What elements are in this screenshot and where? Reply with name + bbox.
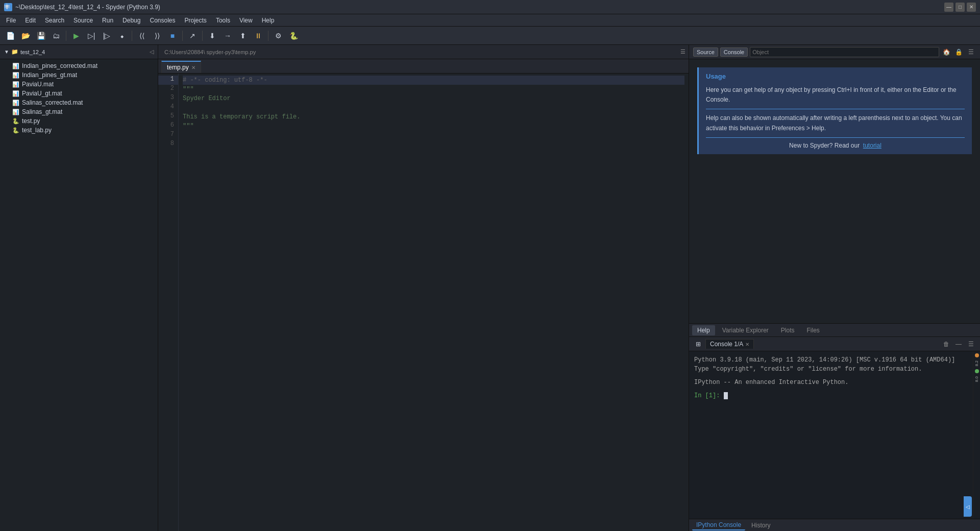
debug-button[interactable]: ⬥ — [115, 29, 129, 43]
maximize-button[interactable]: □ — [955, 3, 965, 12]
run-cell-advance-button[interactable]: |▷ — [100, 29, 114, 43]
menu-search[interactable]: Search — [41, 16, 68, 25]
tab-plots[interactable]: Plots — [776, 325, 800, 335]
menu-projects[interactable]: Projects — [181, 16, 211, 25]
editor-path: C:\Users\20884\ spyder-py3\temp.py — [161, 49, 680, 55]
menu-view[interactable]: View — [235, 16, 257, 25]
file-explorer-title: test_12_4 — [20, 49, 45, 55]
help-panel: Source Console 🏠 🔒 ☰ Usage Here you can … — [689, 45, 980, 337]
file-explorer-panel: ▼ 📁 test_12_4 ◁ 📊 Indian_pines_corrected… — [0, 45, 158, 531]
preferences-button[interactable]: ⚙ — [271, 29, 285, 43]
menu-consoles[interactable]: Consoles — [145, 16, 179, 25]
stop-button[interactable]: ■ — [165, 29, 180, 43]
open-file-button[interactable]: 📂 — [18, 29, 33, 43]
tutorial-link[interactable]: tutorial — [863, 142, 881, 149]
panel-expand-button[interactable]: ◁ — [964, 496, 972, 517]
toolbar-sep-4 — [202, 31, 203, 41]
console-indicator-label-1: 8.2 — [974, 360, 979, 366]
step-back-button[interactable]: ⟨⟨ — [135, 29, 149, 43]
code-line-8 — [183, 140, 684, 149]
tab-close-button[interactable]: ✕ — [191, 65, 195, 70]
file-item-salinas-corrected[interactable]: 📊 Salinas_corrected.mat — [0, 98, 158, 107]
console-tab-1a[interactable]: Console 1/A ✕ — [705, 339, 754, 349]
console-minimize-icon[interactable]: — — [953, 339, 964, 349]
usage-text-1: Here you can get help of any object by p… — [706, 85, 965, 105]
object-input[interactable] — [750, 47, 939, 57]
file-name: Indian_pines_gt.mat — [22, 71, 77, 79]
window-title: ~\Desktop\test_12_4\test_12_4 - Spyder (… — [15, 4, 944, 11]
code-line-1: # -*- coding: utf-8 -*- — [183, 76, 684, 85]
line-num-6: 6 — [158, 122, 178, 131]
debug-step-over-button[interactable]: → — [220, 29, 235, 43]
tab-help[interactable]: Help — [692, 325, 715, 335]
console-menu-icon[interactable]: ☰ — [966, 339, 976, 349]
lock-icon[interactable]: 🔒 — [953, 47, 964, 57]
toolbar-sep-2 — [132, 31, 132, 41]
debug-stop-button[interactable]: ⏸ — [251, 29, 265, 43]
step-fwd-button[interactable]: ⟩⟩ — [150, 29, 164, 43]
run-selection-button[interactable]: ↗ — [185, 29, 200, 43]
new-file-button[interactable]: 📄 — [3, 29, 17, 43]
ipython-console-tab[interactable]: IPython Console — [692, 520, 745, 530]
file-item-test-py[interactable]: 🐍 test.py — [0, 116, 158, 126]
console-indicator-orange — [975, 353, 979, 357]
folder-icon: 📁 — [11, 49, 18, 55]
run-cell-button[interactable]: ▷| — [84, 29, 99, 43]
menu-run[interactable]: Run — [98, 16, 117, 25]
file-item-indian-pines-gt[interactable]: 📊 Indian_pines_gt.mat — [0, 70, 158, 80]
save-button[interactable]: 💾 — [34, 29, 48, 43]
console-button[interactable]: Console — [720, 47, 748, 57]
menu-tools[interactable]: Tools — [212, 16, 234, 25]
line-num-1: 1 — [158, 76, 178, 85]
file-name: Salinas_gt.mat — [22, 108, 62, 115]
titlebar: 🕷 ~\Desktop\test_12_4\test_12_4 - Spyder… — [0, 0, 980, 14]
help-menu-icon[interactable]: ☰ — [966, 47, 976, 57]
python-path-button[interactable]: 🐍 — [286, 29, 301, 43]
debug-step-out-button[interactable]: ⬆ — [236, 29, 250, 43]
mat-file-icon: 📊 — [12, 109, 19, 115]
file-item-paviau[interactable]: 📊 PaviaU.mat — [0, 80, 158, 89]
help-panel-header: Source Console 🏠 🔒 ☰ — [689, 45, 980, 59]
editor-content: 1 2 3 4 5 6 7 8 # -*- coding: utf-8 -*- … — [158, 74, 689, 531]
help-panel-tabs: Help Variable Explorer Plots Files — [689, 323, 980, 336]
home-icon[interactable]: 🏠 — [941, 47, 951, 57]
console-output[interactable]: Python 3.9.18 (main, Sep 11 2023, 14:09:… — [689, 351, 973, 519]
source-button[interactable]: Source — [693, 47, 718, 57]
py-file-icon: 🐍 — [12, 127, 19, 134]
console-tab-close-button[interactable]: ✕ — [745, 342, 749, 347]
toolbar-sep-3 — [182, 31, 183, 41]
menu-edit[interactable]: Edit — [21, 16, 40, 25]
file-name: test_lab.py — [22, 127, 52, 134]
editor-collapse-button[interactable]: ☰ — [680, 49, 685, 55]
minimize-button[interactable]: — — [944, 3, 953, 12]
menu-debug[interactable]: Debug — [118, 16, 144, 25]
console-grid-icon[interactable]: ⊞ — [693, 339, 703, 349]
console-spacer-2 — [694, 387, 968, 391]
python-version-line: Python 3.9.18 (main, Sep 11 2023, 14:09:… — [694, 355, 968, 365]
console-trash-icon[interactable]: 🗑 — [941, 339, 951, 349]
code-editor[interactable]: # -*- coding: utf-8 -*- """ Spyder Edito… — [179, 74, 689, 531]
close-button[interactable]: ✕ — [967, 3, 976, 12]
code-line-2: """ — [183, 85, 684, 94]
code-line-4 — [183, 103, 684, 112]
tab-variable-explorer[interactable]: Variable Explorer — [717, 325, 774, 335]
debug-step-into-button[interactable]: ⬇ — [205, 29, 219, 43]
mat-file-icon: 📊 — [12, 63, 19, 69]
tab-files[interactable]: Files — [802, 325, 825, 335]
save-all-button[interactable]: 🗂 — [49, 29, 63, 43]
console-body: Python 3.9.18 (main, Sep 11 2023, 14:09:… — [689, 351, 980, 519]
console-indicator-green — [975, 369, 979, 373]
mat-file-icon: 📊 — [12, 90, 19, 97]
menu-help[interactable]: Help — [258, 16, 279, 25]
usage-text-2: Help can also be shown automatically aft… — [706, 113, 965, 133]
file-item-indian-pines-corrected[interactable]: 📊 Indian_pines_corrected.mat — [0, 61, 158, 70]
file-item-test-lab-py[interactable]: 🐍 test_lab.py — [0, 126, 158, 135]
panel-collapse-button[interactable]: ◁ — [150, 49, 154, 55]
menu-source[interactable]: Source — [69, 16, 97, 25]
history-tab[interactable]: History — [747, 521, 774, 530]
editor-tab-temp-py[interactable]: temp.py ✕ — [161, 61, 201, 73]
file-item-paviau-gt[interactable]: 📊 PaviaU_gt.mat — [0, 89, 158, 98]
run-button[interactable]: ▶ — [69, 29, 83, 43]
menu-file[interactable]: File — [2, 16, 20, 25]
file-item-salinas-gt[interactable]: 📊 Salinas_gt.mat — [0, 107, 158, 116]
